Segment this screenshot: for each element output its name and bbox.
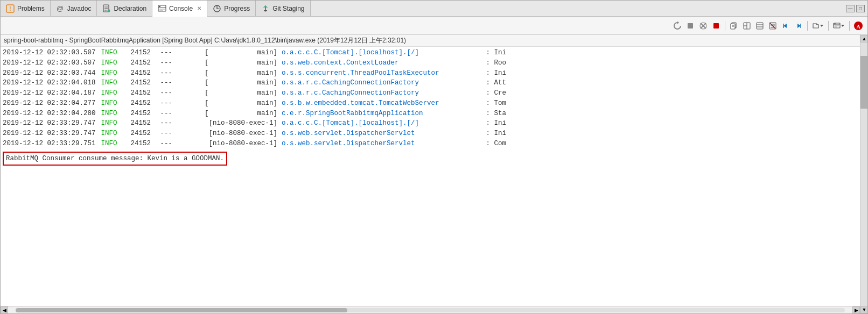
log-line-3: 2019-12-12 02:32:03.744 INFO 24152 --- [… <box>3 68 858 78</box>
svg-text:A: A <box>856 23 860 29</box>
log-line-6: 2019-12-12 02:32:04.277 INFO 24152 --- [… <box>3 98 858 109</box>
remove-button[interactable] <box>697 20 709 32</box>
next-button[interactable] <box>793 20 804 32</box>
log-line-10: 2019-12-12 02:33:29.751 INFO 24152 --- [… <box>3 139 858 149</box>
log-line-2: 2019-12-12 02:32:03.507 INFO 24152 --- [… <box>3 58 858 68</box>
clear-button[interactable] <box>767 20 779 32</box>
svg-marker-6 <box>108 10 110 12</box>
view-button[interactable] <box>754 20 766 32</box>
scroll-right-button[interactable]: ▶ <box>852 306 860 314</box>
highlighted-message: RabbitMQ Consumer consume message: Kevin… <box>3 152 227 166</box>
declaration-icon <box>102 4 111 13</box>
toolbar: A <box>1 17 867 35</box>
maximize-button[interactable]: □ <box>856 5 865 12</box>
toolbar-sep-2 <box>807 21 808 31</box>
h-scroll-thumb[interactable] <box>16 308 347 312</box>
svg-rect-13 <box>264 10 267 11</box>
highlighted-line: RabbitMQ Consumer consume message: Kevin… <box>3 150 858 167</box>
console-dropdown[interactable] <box>831 20 846 32</box>
log-line-9: 2019-12-12 02:33:29.747 INFO 24152 --- [… <box>3 129 858 139</box>
svg-rect-18 <box>713 23 719 28</box>
svg-marker-45 <box>841 25 844 27</box>
app-title: spring-boot-rabbitmq - SpringBootRabbitm… <box>4 37 406 44</box>
tab-git-staging[interactable]: Git Staging <box>256 1 310 16</box>
app-title-bar: spring-boot-rabbitmq - SpringBootRabbitm… <box>1 35 860 47</box>
main-content: spring-boot-rabbitmq - SpringBootRabbitm… <box>1 35 867 313</box>
settings-button[interactable]: A <box>852 20 864 32</box>
toolbar-sep-1 <box>725 21 725 31</box>
horizontal-scrollbar[interactable]: ◀ ▶ <box>1 306 860 313</box>
vertical-scrollbar[interactable]: ▲ ▼ <box>860 35 867 313</box>
log-line-4: 2019-12-12 02:32:04.018 INFO 24152 --- [… <box>3 78 858 88</box>
svg-rect-14 <box>688 23 693 28</box>
tab-bar: ! Problems @ Javadoc Declaration <box>1 1 867 17</box>
svg-marker-37 <box>797 24 801 28</box>
git-staging-icon <box>261 4 270 13</box>
scroll-down-button[interactable]: ▼ <box>860 306 867 313</box>
javadoc-icon: @ <box>56 4 65 13</box>
toolbar-sep-4 <box>849 21 850 31</box>
console-output[interactable]: 2019-12-12 02:32:03.507 INFO 24152 --- [… <box>1 47 860 306</box>
log-line-7: 2019-12-12 02:32:04.280 INFO 24152 --- [… <box>3 109 858 119</box>
tab-declaration-label: Declaration <box>114 5 146 12</box>
terminate-button[interactable] <box>710 20 722 32</box>
tab-console-label: Console <box>169 5 193 12</box>
tab-declaration[interactable]: Declaration <box>97 1 152 16</box>
close-console-tab[interactable]: ✕ <box>197 5 201 11</box>
v-scroll-thumb[interactable] <box>860 56 867 109</box>
main-window: ! Problems @ Javadoc Declaration <box>0 0 868 314</box>
toolbar-sep-3 <box>828 21 829 31</box>
tab-javadoc-label: Javadoc <box>67 5 92 12</box>
minimize-button[interactable]: — <box>846 5 855 12</box>
svg-text:!: ! <box>9 6 11 12</box>
problems-icon: ! <box>6 4 15 13</box>
scroll-up-button[interactable]: ▲ <box>860 35 867 42</box>
tab-progress-label: Progress <box>224 5 250 12</box>
progress-icon <box>213 4 221 13</box>
tab-problems[interactable]: ! Problems <box>1 1 51 16</box>
open-file-dropdown[interactable] <box>810 20 825 32</box>
layout-button[interactable] <box>741 20 753 32</box>
svg-rect-9 <box>159 6 160 7</box>
console-content: spring-boot-rabbitmq - SpringBootRabbitm… <box>1 35 860 313</box>
stop-button[interactable] <box>684 20 696 32</box>
copy-button[interactable] <box>728 20 740 32</box>
v-scroll-track[interactable] <box>860 42 867 306</box>
svg-rect-42 <box>834 23 836 24</box>
window-controls: — □ <box>843 1 867 16</box>
tab-problems-label: Problems <box>17 5 45 12</box>
console-icon <box>158 4 166 13</box>
tab-console[interactable]: Console ✕ <box>152 1 207 17</box>
refresh-button[interactable] <box>671 20 683 32</box>
tab-progress[interactable]: Progress <box>207 1 256 16</box>
tab-git-staging-label: Git Staging <box>272 5 304 12</box>
prev-button[interactable] <box>780 20 792 32</box>
h-scroll-track[interactable] <box>16 308 845 312</box>
log-line-1: 2019-12-12 02:32:03.507 INFO 24152 --- [… <box>3 48 858 58</box>
log-line-8: 2019-12-12 02:33:29.747 INFO 24152 --- [… <box>3 118 858 129</box>
svg-marker-34 <box>783 24 787 28</box>
svg-marker-39 <box>820 25 823 27</box>
tab-spacer <box>311 1 843 16</box>
scroll-left-button[interactable]: ◀ <box>1 306 8 314</box>
tab-javadoc[interactable]: @ Javadoc <box>51 1 97 16</box>
log-line-5: 2019-12-12 02:32:04.187 INFO 24152 --- [… <box>3 88 858 98</box>
svg-rect-26 <box>757 23 763 29</box>
